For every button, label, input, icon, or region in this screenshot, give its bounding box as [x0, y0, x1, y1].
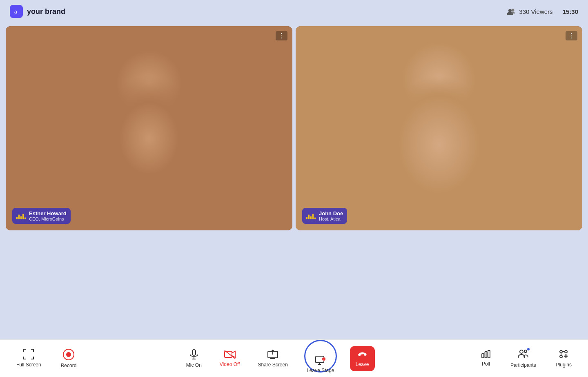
- video-off-button[interactable]: Video Off: [216, 348, 243, 369]
- poll-icon: [481, 349, 491, 359]
- svg-point-23: [560, 350, 562, 353]
- audio-indicator-john: [306, 213, 316, 219]
- leave-label: Leave: [356, 361, 369, 367]
- leave-stage-icon: !: [315, 355, 326, 365]
- mic-label: Mic On: [186, 362, 202, 368]
- svg-point-21: [520, 350, 523, 353]
- viewers-label: 330 Viewers: [519, 8, 552, 15]
- share-screen-label: Share Screen: [258, 362, 287, 368]
- leave-icon: [357, 350, 367, 360]
- leave-stage-button[interactable]: ! Leave Stage: [303, 354, 337, 375]
- audio-indicator-esther: [16, 213, 26, 219]
- speaker-name-esther: Esther Howard: [29, 210, 67, 216]
- brand: a your brand: [10, 5, 65, 18]
- mic-button[interactable]: Mic On: [183, 348, 205, 370]
- brand-logo: a: [10, 5, 23, 18]
- participants-badge: [526, 347, 530, 351]
- speaker-name-john: John Doe: [319, 210, 343, 216]
- record-icon: [63, 349, 74, 360]
- video-area: ⋮ Esther Howard CEO, MicroGains ⋮: [0, 26, 588, 230]
- fullscreen-button[interactable]: Full Screen: [13, 347, 45, 370]
- poll-button[interactable]: Poll: [478, 347, 494, 370]
- fullscreen-label: Full Screen: [16, 362, 41, 368]
- svg-rect-18: [482, 354, 484, 358]
- video-options-btn-esther[interactable]: ⋮: [276, 31, 287, 40]
- poll-label: Poll: [482, 361, 490, 367]
- mic-icon: [189, 349, 198, 360]
- video-label-esther: Esther Howard CEO, MicroGains: [12, 208, 71, 224]
- speaker-role-esther: CEO, MicroGains: [29, 216, 67, 221]
- plugins-icon: [558, 349, 569, 359]
- header: a your brand 330 Viewers 15:30: [0, 0, 588, 23]
- participants-label: Participants: [510, 362, 536, 368]
- video-off-icon: [224, 350, 236, 359]
- session-timer: 15:30: [563, 8, 578, 15]
- record-label: Record: [61, 363, 77, 368]
- plugins-label: Plugins: [556, 362, 572, 368]
- plugins-button[interactable]: Plugins: [552, 347, 575, 370]
- svg-point-25: [560, 355, 562, 358]
- video-options-btn-john[interactable]: ⋮: [566, 31, 577, 40]
- viewers-icon: [507, 8, 516, 15]
- header-right: 330 Viewers 15:30: [507, 8, 578, 15]
- svg-text:!: !: [323, 358, 324, 361]
- viewers-count: 330 Viewers: [507, 8, 552, 15]
- toolbar: Full Screen Record Mic On: [0, 339, 588, 377]
- svg-rect-7: [225, 351, 232, 357]
- video-tile-john: ⋮ John Doe Host, Atica: [296, 26, 582, 230]
- svg-rect-4: [192, 350, 196, 355]
- speaker-role-john: Host, Atica: [319, 216, 343, 221]
- video-feed-esther: [6, 26, 292, 230]
- toolbar-left: Full Screen Record: [13, 347, 80, 370]
- svg-rect-20: [488, 350, 490, 358]
- share-screen-button[interactable]: Share Screen: [254, 348, 291, 369]
- brand-name: your brand: [27, 7, 65, 16]
- video-tile-esther: ⋮ Esther Howard CEO, MicroGains: [6, 26, 292, 230]
- leave-button[interactable]: Leave: [350, 346, 375, 371]
- participants-button[interactable]: Participants: [507, 347, 539, 370]
- svg-rect-19: [485, 352, 487, 358]
- fullscreen-icon: [23, 349, 34, 359]
- share-screen-icon: [267, 350, 278, 359]
- toolbar-right: Poll Participants: [478, 347, 575, 370]
- leave-stage-container: ! Leave Stage: [303, 343, 339, 374]
- video-feed-john: [296, 26, 582, 230]
- svg-point-3: [512, 9, 514, 12]
- participants-icon-wrap: [517, 349, 529, 360]
- video-off-label: Video Off: [220, 361, 240, 367]
- svg-point-2: [508, 9, 512, 12]
- record-button[interactable]: Record: [58, 347, 80, 370]
- svg-text:a: a: [14, 9, 17, 15]
- video-label-john: John Doe Host, Atica: [302, 208, 347, 224]
- svg-point-24: [565, 350, 567, 353]
- leave-stage-label: Leave Stage: [307, 368, 334, 373]
